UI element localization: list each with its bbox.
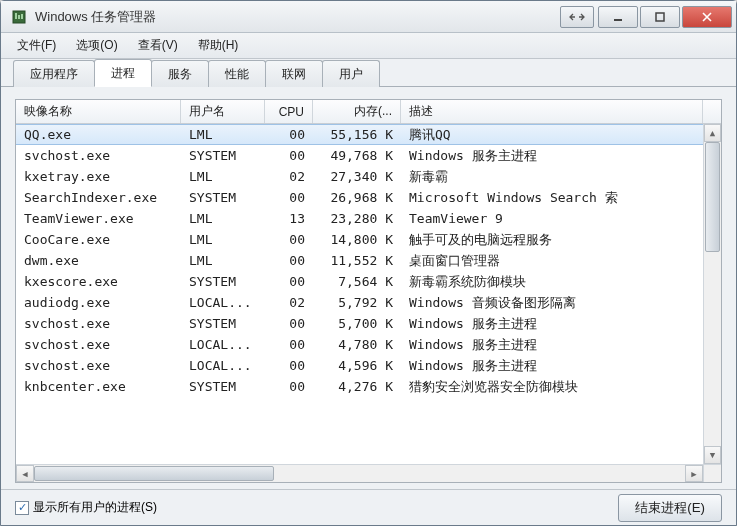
vscroll-thumb[interactable] <box>705 142 720 252</box>
cell-user: LML <box>181 167 265 186</box>
end-process-button[interactable]: 结束进程(E) <box>618 494 722 522</box>
cell-cpu: 00 <box>265 125 313 144</box>
cell-memory: 23,280 K <box>313 209 401 228</box>
horizontal-scrollbar[interactable]: ◀ ▶ <box>16 464 703 482</box>
cell-memory: 11,552 K <box>313 251 401 270</box>
cell-description: Windows 服务主进程 <box>401 313 703 335</box>
table-row[interactable]: svchost.exeLOCAL...004,780 KWindows 服务主进… <box>16 334 703 355</box>
cell-image-name: CooCare.exe <box>16 230 181 249</box>
cell-description: 猎豹安全浏览器安全防御模块 <box>401 376 703 398</box>
tab-processes[interactable]: 进程 <box>94 59 152 87</box>
cell-image-name: dwm.exe <box>16 251 181 270</box>
cell-memory: 4,276 K <box>313 377 401 396</box>
cell-description: 触手可及的电脑远程服务 <box>401 229 703 251</box>
scroll-left-icon[interactable]: ◀ <box>16 465 34 482</box>
minimize-button[interactable] <box>598 6 638 28</box>
cell-description: Windows 服务主进程 <box>401 145 703 167</box>
hscroll-thumb[interactable] <box>34 466 274 481</box>
col-header-cpu[interactable]: CPU <box>265 100 313 123</box>
rows-container[interactable]: QQ.exeLML0055,156 K腾讯QQsvchost.exeSYSTEM… <box>16 124 703 464</box>
hscroll-track[interactable] <box>34 465 685 482</box>
cell-user: SYSTEM <box>181 314 265 333</box>
cell-description: 腾讯QQ <box>401 124 703 146</box>
tab-users[interactable]: 用户 <box>322 60 380 87</box>
svg-rect-2 <box>18 15 20 19</box>
table-body: QQ.exeLML0055,156 K腾讯QQsvchost.exeSYSTEM… <box>16 124 721 482</box>
menu-help[interactable]: 帮助(H) <box>188 33 249 58</box>
menu-view[interactable]: 查看(V) <box>128 33 188 58</box>
cell-memory: 49,768 K <box>313 146 401 165</box>
process-table: 映像名称 用户名 CPU 内存(... 描述 QQ.exeLML0055,156… <box>15 99 722 483</box>
table-row[interactable]: knbcenter.exeSYSTEM004,276 K猎豹安全浏览器安全防御模… <box>16 376 703 397</box>
cell-description: 桌面窗口管理器 <box>401 250 703 272</box>
table-row[interactable]: svchost.exeSYSTEM005,700 KWindows 服务主进程 <box>16 313 703 334</box>
cell-user: LML <box>181 230 265 249</box>
col-header-user[interactable]: 用户名 <box>181 100 265 123</box>
show-all-users-checkbox[interactable]: ✓ 显示所有用户的进程(S) <box>15 499 157 516</box>
menu-file[interactable]: 文件(F) <box>7 33 66 58</box>
table-row[interactable]: audiodg.exeLOCAL...025,792 KWindows 音频设备… <box>16 292 703 313</box>
close-button[interactable] <box>682 6 732 28</box>
app-icon <box>11 9 27 25</box>
menubar: 文件(F) 选项(O) 查看(V) 帮助(H) <box>1 33 736 59</box>
tab-services[interactable]: 服务 <box>151 60 209 87</box>
svg-rect-1 <box>15 13 17 19</box>
maximize-button[interactable] <box>640 6 680 28</box>
window-title: Windows 任务管理器 <box>33 8 560 26</box>
table-row[interactable]: CooCare.exeLML0014,800 K触手可及的电脑远程服务 <box>16 229 703 250</box>
table-row[interactable]: svchost.exeSYSTEM0049,768 KWindows 服务主进程 <box>16 145 703 166</box>
tab-networking[interactable]: 联网 <box>265 60 323 87</box>
content-area: 映像名称 用户名 CPU 内存(... 描述 QQ.exeLML0055,156… <box>1 87 736 489</box>
titlebar[interactable]: Windows 任务管理器 <box>1 1 736 33</box>
col-header-memory[interactable]: 内存(... <box>313 100 401 123</box>
cell-memory: 14,800 K <box>313 230 401 249</box>
tab-applications[interactable]: 应用程序 <box>13 60 95 87</box>
cell-cpu: 00 <box>265 377 313 396</box>
table-row[interactable]: dwm.exeLML0011,552 K桌面窗口管理器 <box>16 250 703 271</box>
cell-description: Windows 服务主进程 <box>401 355 703 377</box>
cell-image-name: TeamViewer.exe <box>16 209 181 228</box>
tab-performance[interactable]: 性能 <box>208 60 266 87</box>
checkbox-icon[interactable]: ✓ <box>15 501 29 515</box>
cell-image-name: QQ.exe <box>16 125 181 144</box>
cell-memory: 5,700 K <box>313 314 401 333</box>
resize-handle-icon[interactable] <box>560 6 594 28</box>
scroll-corner <box>703 464 721 482</box>
cell-image-name: knbcenter.exe <box>16 377 181 396</box>
scroll-up-icon[interactable]: ▲ <box>704 124 721 142</box>
cell-cpu: 02 <box>265 167 313 186</box>
vertical-scrollbar[interactable]: ▲ ▼ <box>703 124 721 464</box>
col-header-description[interactable]: 描述 <box>401 100 703 123</box>
table-row[interactable]: SearchIndexer.exeSYSTEM0026,968 KMicroso… <box>16 187 703 208</box>
svg-rect-4 <box>614 19 622 21</box>
cell-image-name: kxescore.exe <box>16 272 181 291</box>
cell-description: 新毒霸 <box>401 166 703 188</box>
cell-cpu: 00 <box>265 335 313 354</box>
table-row[interactable]: QQ.exeLML0055,156 K腾讯QQ <box>16 124 703 145</box>
cell-user: SYSTEM <box>181 146 265 165</box>
cell-user: LML <box>181 251 265 270</box>
scroll-right-icon[interactable]: ▶ <box>685 465 703 482</box>
menu-options[interactable]: 选项(O) <box>66 33 127 58</box>
cell-description: Microsoft Windows Search 索 <box>401 187 703 209</box>
cell-memory: 5,792 K <box>313 293 401 312</box>
cell-user: SYSTEM <box>181 272 265 291</box>
cell-user: LOCAL... <box>181 293 265 312</box>
col-header-spacer <box>703 100 721 123</box>
cell-cpu: 00 <box>265 230 313 249</box>
table-row[interactable]: TeamViewer.exeLML1323,280 KTeamViewer 9 <box>16 208 703 229</box>
cell-cpu: 02 <box>265 293 313 312</box>
cell-cpu: 00 <box>265 314 313 333</box>
footer-bar: ✓ 显示所有用户的进程(S) 结束进程(E) <box>1 489 736 525</box>
cell-description: TeamViewer 9 <box>401 209 703 228</box>
cell-image-name: SearchIndexer.exe <box>16 188 181 207</box>
table-row[interactable]: svchost.exeLOCAL...004,596 KWindows 服务主进… <box>16 355 703 376</box>
table-row[interactable]: kxetray.exeLML0227,340 K新毒霸 <box>16 166 703 187</box>
vscroll-track[interactable] <box>704 142 721 446</box>
cell-description: 新毒霸系统防御模块 <box>401 271 703 293</box>
cell-image-name: svchost.exe <box>16 314 181 333</box>
cell-user: LML <box>181 209 265 228</box>
col-header-image-name[interactable]: 映像名称 <box>16 100 181 123</box>
scroll-down-icon[interactable]: ▼ <box>704 446 721 464</box>
table-row[interactable]: kxescore.exeSYSTEM007,564 K新毒霸系统防御模块 <box>16 271 703 292</box>
